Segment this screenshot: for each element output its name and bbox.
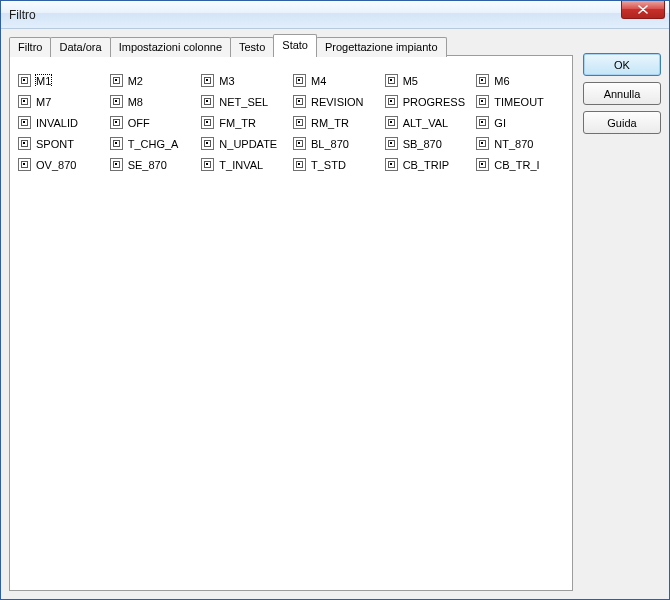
check-label: OFF bbox=[128, 117, 150, 129]
check-item-t_inval[interactable]: T_INVAL bbox=[201, 158, 289, 171]
checkbox-indeterminate-icon bbox=[110, 116, 123, 129]
check-item-m3[interactable]: M3 bbox=[201, 74, 289, 87]
check-label: NT_870 bbox=[494, 138, 533, 150]
main-column: FiltroData/oraImpostazioni colonneTestoS… bbox=[9, 35, 573, 591]
checkbox-indeterminate-icon bbox=[110, 74, 123, 87]
check-item-net_sel[interactable]: NET_SEL bbox=[201, 95, 289, 108]
check-label: M7 bbox=[36, 96, 51, 108]
check-label: M3 bbox=[219, 75, 234, 87]
tab-testo[interactable]: Testo bbox=[230, 37, 274, 57]
client-area: FiltroData/oraImpostazioni colonneTestoS… bbox=[1, 29, 669, 599]
checkbox-indeterminate-icon bbox=[476, 95, 489, 108]
check-item-m8[interactable]: M8 bbox=[110, 95, 198, 108]
check-item-t_std[interactable]: T_STD bbox=[293, 158, 381, 171]
checkbox-indeterminate-icon bbox=[18, 116, 31, 129]
check-item-fm_tr[interactable]: FM_TR bbox=[201, 116, 289, 129]
checkbox-indeterminate-icon bbox=[201, 158, 214, 171]
check-label: SB_870 bbox=[403, 138, 442, 150]
check-item-ov_870[interactable]: OV_870 bbox=[18, 158, 106, 171]
check-label: GI bbox=[494, 117, 506, 129]
checkbox-indeterminate-icon bbox=[110, 137, 123, 150]
checkbox-indeterminate-icon bbox=[476, 116, 489, 129]
check-item-sb_870[interactable]: SB_870 bbox=[385, 137, 473, 150]
check-label: ALT_VAL bbox=[403, 117, 448, 129]
check-item-m2[interactable]: M2 bbox=[110, 74, 198, 87]
checkbox-indeterminate-icon bbox=[293, 137, 306, 150]
close-button[interactable] bbox=[621, 1, 665, 19]
check-label: M6 bbox=[494, 75, 509, 87]
check-label: M2 bbox=[128, 75, 143, 87]
checkbox-indeterminate-icon bbox=[385, 137, 398, 150]
tab-data-ora[interactable]: Data/ora bbox=[50, 37, 110, 57]
check-item-cb_tr_i[interactable]: CB_TR_I bbox=[476, 158, 564, 171]
check-item-m6[interactable]: M6 bbox=[476, 74, 564, 87]
check-label: CB_TR_I bbox=[494, 159, 539, 171]
tab-progettazione-impianto[interactable]: Progettazione impianto bbox=[316, 37, 447, 57]
check-item-cb_trip[interactable]: CB_TRIP bbox=[385, 158, 473, 171]
check-label: NET_SEL bbox=[219, 96, 268, 108]
checkbox-indeterminate-icon bbox=[385, 116, 398, 129]
check-item-timeout[interactable]: TIMEOUT bbox=[476, 95, 564, 108]
checkbox-indeterminate-icon bbox=[201, 74, 214, 87]
check-label: CB_TRIP bbox=[403, 159, 449, 171]
check-item-bl_870[interactable]: BL_870 bbox=[293, 137, 381, 150]
help-button[interactable]: Guida bbox=[583, 111, 661, 134]
stato-check-grid: M1M2M3M4M5M6M7M8NET_SELREVISIONPROGRESST… bbox=[18, 74, 564, 171]
check-item-nt_870[interactable]: NT_870 bbox=[476, 137, 564, 150]
tabpanel-stato: M1M2M3M4M5M6M7M8NET_SELREVISIONPROGRESST… bbox=[9, 55, 573, 591]
check-item-t_chg_a[interactable]: T_CHG_A bbox=[110, 137, 198, 150]
checkbox-indeterminate-icon bbox=[18, 74, 31, 87]
check-label: M5 bbox=[403, 75, 418, 87]
checkbox-indeterminate-icon bbox=[476, 74, 489, 87]
checkbox-indeterminate-icon bbox=[293, 74, 306, 87]
check-item-gi[interactable]: GI bbox=[476, 116, 564, 129]
check-item-off[interactable]: OFF bbox=[110, 116, 198, 129]
check-label: TIMEOUT bbox=[494, 96, 544, 108]
check-item-rm_tr[interactable]: RM_TR bbox=[293, 116, 381, 129]
checkbox-indeterminate-icon bbox=[293, 158, 306, 171]
checkbox-indeterminate-icon bbox=[201, 95, 214, 108]
checkbox-indeterminate-icon bbox=[18, 158, 31, 171]
checkbox-indeterminate-icon bbox=[110, 158, 123, 171]
checkbox-indeterminate-icon bbox=[201, 137, 214, 150]
check-item-spont[interactable]: SPONT bbox=[18, 137, 106, 150]
window-title: Filtro bbox=[9, 8, 36, 22]
check-item-progress[interactable]: PROGRESS bbox=[385, 95, 473, 108]
check-item-invalid[interactable]: INVALID bbox=[18, 116, 106, 129]
check-label: OV_870 bbox=[36, 159, 76, 171]
check-label: M1 bbox=[36, 75, 51, 87]
close-icon bbox=[638, 5, 648, 14]
check-label: N_UPDATE bbox=[219, 138, 277, 150]
ok-button[interactable]: OK bbox=[583, 53, 661, 76]
check-label: M4 bbox=[311, 75, 326, 87]
check-item-m1[interactable]: M1 bbox=[18, 74, 106, 87]
check-item-m4[interactable]: M4 bbox=[293, 74, 381, 87]
checkbox-indeterminate-icon bbox=[385, 158, 398, 171]
tab-stato[interactable]: Stato bbox=[273, 34, 317, 56]
checkbox-indeterminate-icon bbox=[18, 137, 31, 150]
check-item-se_870[interactable]: SE_870 bbox=[110, 158, 198, 171]
check-label: RM_TR bbox=[311, 117, 349, 129]
check-label: SPONT bbox=[36, 138, 74, 150]
tabstrip: FiltroData/oraImpostazioni colonneTestoS… bbox=[9, 35, 573, 56]
button-column: OK Annulla Guida bbox=[583, 35, 661, 591]
dialog-window: Filtro FiltroData/oraImpostazioni colonn… bbox=[0, 0, 670, 600]
checkbox-indeterminate-icon bbox=[293, 95, 306, 108]
check-item-n_update[interactable]: N_UPDATE bbox=[201, 137, 289, 150]
check-label: PROGRESS bbox=[403, 96, 465, 108]
check-label: M8 bbox=[128, 96, 143, 108]
tab-impostazioni-colonne[interactable]: Impostazioni colonne bbox=[110, 37, 231, 57]
cancel-button[interactable]: Annulla bbox=[583, 82, 661, 105]
checkbox-indeterminate-icon bbox=[476, 158, 489, 171]
check-item-alt_val[interactable]: ALT_VAL bbox=[385, 116, 473, 129]
check-item-m5[interactable]: M5 bbox=[385, 74, 473, 87]
check-label: BL_870 bbox=[311, 138, 349, 150]
checkbox-indeterminate-icon bbox=[385, 74, 398, 87]
titlebar: Filtro bbox=[1, 1, 669, 29]
check-item-m7[interactable]: M7 bbox=[18, 95, 106, 108]
checkbox-indeterminate-icon bbox=[110, 95, 123, 108]
check-item-revision[interactable]: REVISION bbox=[293, 95, 381, 108]
tab-filtro[interactable]: Filtro bbox=[9, 37, 51, 57]
check-label: T_INVAL bbox=[219, 159, 263, 171]
check-label: SE_870 bbox=[128, 159, 167, 171]
